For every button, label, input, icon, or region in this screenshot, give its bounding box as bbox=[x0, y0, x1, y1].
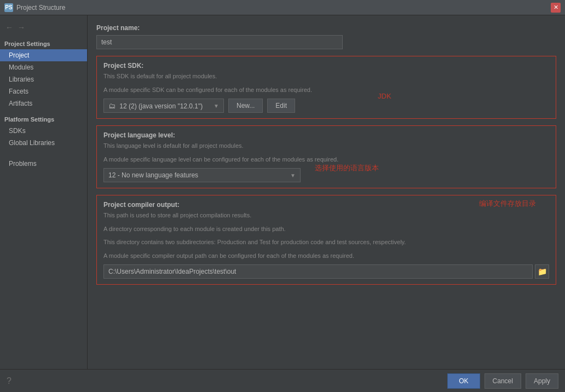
content-area: Project name: Project SDK: This SDK is d… bbox=[88, 15, 565, 369]
project-name-label: Project name: bbox=[96, 24, 556, 32]
sidebar: ← → Project Settings Project Modules Lib… bbox=[0, 15, 88, 369]
annotation-lang: 选择使用的语言版本 bbox=[315, 163, 379, 173]
platform-settings-section-label: Platform Settings bbox=[0, 112, 87, 125]
project-name-input[interactable] bbox=[96, 35, 343, 49]
sidebar-item-libraries[interactable]: Libraries bbox=[0, 73, 87, 85]
lang-chevron-icon: ▼ bbox=[290, 172, 296, 178]
footer-buttons: OK Cancel Apply bbox=[447, 373, 558, 389]
sidebar-item-global-libraries[interactable]: Global Libraries bbox=[0, 137, 87, 149]
sidebar-item-artifacts[interactable]: Artifacts bbox=[0, 97, 87, 109]
output-path-browse-button[interactable]: 📁 bbox=[535, 264, 549, 279]
cancel-button[interactable]: Cancel bbox=[485, 373, 521, 389]
sdk-edit-button[interactable]: Edit bbox=[267, 99, 295, 113]
lang-dropdown[interactable]: 12 - No new language features ▼ bbox=[103, 168, 301, 182]
apply-button[interactable]: Apply bbox=[526, 373, 558, 389]
sidebar-item-project[interactable]: Project bbox=[0, 49, 87, 61]
compiler-desc-line4: A module specific compiler output path c… bbox=[103, 251, 549, 261]
nav-arrows: ← → bbox=[0, 20, 87, 37]
help-button[interactable]: ? bbox=[7, 376, 11, 386]
titlebar: PS Project Structure ✕ bbox=[0, 0, 565, 15]
footer: ? OK Cancel Apply bbox=[0, 369, 565, 392]
project-settings-section-label: Project Settings bbox=[0, 37, 87, 49]
annotation-output: 编译文件存放目录 bbox=[479, 199, 536, 209]
compiler-desc-line3: This directory contains two subdirectori… bbox=[103, 238, 549, 247]
sidebar-item-facets[interactable]: Facets bbox=[0, 85, 87, 97]
output-path-input[interactable] bbox=[103, 264, 533, 279]
sdk-new-button[interactable]: New... bbox=[228, 99, 263, 113]
lang-desc-line1: This language level is default for all p… bbox=[103, 141, 549, 151]
sdk-dropdown[interactable]: 🗂 12 (2) (java version "12.0.1") ▼ bbox=[103, 99, 224, 113]
sidebar-item-sdks[interactable]: SDKs bbox=[0, 125, 87, 137]
app-icon: PS bbox=[4, 3, 13, 12]
lang-desc-line2: A module specific language level can be … bbox=[103, 155, 549, 164]
forward-arrow[interactable]: → bbox=[16, 22, 26, 33]
sdk-desc-line2: A module specific SDK can be configured … bbox=[103, 85, 549, 95]
sdk-folder-icon: 🗂 bbox=[108, 102, 116, 110]
sdk-chevron-icon: ▼ bbox=[214, 103, 219, 109]
sdk-section-title: Project SDK: bbox=[103, 62, 549, 70]
lang-section: Project language level: This language le… bbox=[96, 125, 556, 188]
sdk-desc-line1: This SDK is default for all project modu… bbox=[103, 72, 549, 81]
compiler-desc-line1: This path is used to store all project c… bbox=[103, 211, 549, 220]
sdk-section: Project SDK: This SDK is default for all… bbox=[96, 56, 556, 119]
window-title: Project Structure bbox=[16, 4, 65, 11]
annotation-jdk: JDK bbox=[378, 92, 391, 100]
close-button[interactable]: ✕ bbox=[551, 3, 561, 13]
sidebar-item-problems[interactable]: Problems bbox=[0, 158, 87, 170]
ok-button[interactable]: OK bbox=[447, 373, 480, 389]
back-arrow[interactable]: ← bbox=[4, 22, 14, 33]
compiler-desc-line2: A directory corresponding to each module… bbox=[103, 224, 549, 234]
sidebar-item-modules[interactable]: Modules bbox=[0, 61, 87, 73]
folder-icon: 📁 bbox=[538, 267, 547, 276]
titlebar-left: PS Project Structure bbox=[4, 3, 65, 12]
lang-section-title: Project language level: bbox=[103, 131, 549, 139]
